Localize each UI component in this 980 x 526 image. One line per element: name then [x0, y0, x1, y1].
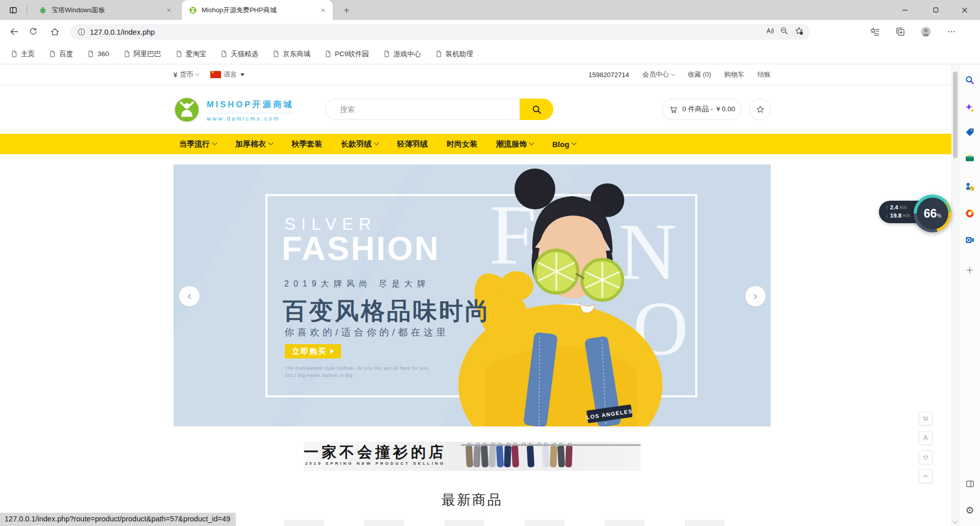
sidebar-shopping-button[interactable]	[962, 125, 977, 140]
profile-button[interactable]	[918, 23, 934, 40]
cart-summary-text: 0 件商品 - ￥0.00	[682, 105, 736, 114]
search-box	[325, 99, 553, 120]
promo-title: 一家不会撞衫的店	[304, 444, 447, 460]
usage-gauge-widget[interactable]: 66 %	[914, 195, 951, 232]
tab-title: 宝塔Windows面板	[52, 6, 160, 15]
page-icon	[220, 50, 228, 58]
bookmark-label: 爱淘宝	[186, 50, 207, 59]
carousel-prev-button[interactable]: ‹	[179, 286, 200, 306]
favorites-hub-button[interactable]	[867, 23, 883, 40]
back-button[interactable]	[6, 23, 22, 40]
cart-summary-button[interactable]: 0 件商品 - ￥0.00	[662, 99, 742, 120]
bookmark-item[interactable]: 爱淘宝	[175, 50, 207, 59]
nav-item[interactable]: Blog	[552, 140, 576, 149]
tab-close-button[interactable]	[318, 6, 328, 15]
nav-item[interactable]: 秋季套装	[291, 139, 322, 149]
nav-item[interactable]: 加厚棉衣	[235, 139, 273, 149]
nav-item[interactable]: 当季流行	[179, 139, 216, 149]
settings-menu-button[interactable]	[943, 23, 960, 40]
bookmark-label: 装机助理	[446, 50, 473, 59]
address-bar[interactable]: 127.0.0.1/index.php	[70, 24, 810, 40]
home-button[interactable]	[46, 23, 63, 40]
plus-icon	[965, 266, 974, 275]
nav-item[interactable]: 长款羽绒	[341, 139, 378, 149]
window-minimize-button[interactable]	[893, 0, 917, 20]
bookmark-item[interactable]: 360	[87, 50, 109, 58]
refresh-button[interactable]	[25, 23, 41, 40]
page-scrollbar[interactable]	[951, 64, 959, 526]
checkout-link[interactable]: 结账	[757, 70, 771, 79]
promo-banner[interactable]: 一家不会撞衫的店 2019 SPRING NEW PRODUCT SELLING	[174, 442, 771, 471]
float-account-button[interactable]	[919, 431, 933, 445]
fineprint-line: 2017 big-name fashion is big	[285, 372, 430, 379]
carousel-next-button[interactable]: ›	[745, 286, 766, 306]
buy-now-button[interactable]: 立即购买	[285, 344, 341, 358]
member-center-link[interactable]: 会员中心	[643, 70, 675, 79]
site-info-icon[interactable]	[77, 28, 86, 36]
read-aloud-button[interactable]	[765, 26, 774, 38]
gear-icon: ⚙	[965, 506, 974, 515]
window-close-button[interactable]	[953, 0, 976, 20]
nav-item[interactable]: 时尚女装	[447, 139, 477, 149]
sidebar-add-button[interactable]	[962, 262, 977, 278]
product-image-placeholder	[525, 520, 564, 526]
language-selector[interactable]: 语言	[210, 70, 244, 79]
bookmark-item[interactable]: 百度	[48, 50, 73, 59]
sidebar-games-button[interactable]	[962, 179, 977, 194]
float-back-to-top-button[interactable]	[919, 469, 933, 483]
bookmark-label: PC9软件园	[335, 50, 369, 59]
sidebar-outlook-button[interactable]	[962, 232, 977, 248]
tab-baota[interactable]: 宝塔Windows面板	[32, 0, 179, 20]
clothing-item	[511, 446, 519, 468]
cart-link[interactable]: 购物车	[724, 70, 744, 79]
zoom-out-button[interactable]	[779, 26, 789, 38]
wishlist-button[interactable]	[749, 99, 771, 120]
product-grid	[174, 520, 771, 526]
bookmark-item[interactable]: 京东商城	[272, 50, 310, 59]
page-icon	[10, 50, 18, 58]
bookmark-item[interactable]: PC9软件园	[324, 50, 369, 59]
float-cart-button[interactable]	[919, 412, 933, 425]
currency-selector[interactable]: ¥ 货币	[174, 70, 199, 79]
chevron-up-icon	[922, 472, 929, 480]
search-button[interactable]	[520, 99, 553, 120]
buy-now-label: 立即购买	[292, 347, 327, 356]
chevron-down-icon	[212, 140, 217, 145]
fineprint-line: The multivariant style fashion, do you l…	[285, 365, 430, 372]
bookmark-item[interactable]: 阿里巴巴	[123, 50, 161, 59]
nav-item[interactable]: 潮流服饰	[496, 139, 533, 149]
clothing-item	[488, 446, 496, 467]
sidebar-office-button[interactable]	[962, 206, 977, 221]
scrollbar-down-arrow[interactable]	[953, 519, 958, 524]
search-input[interactable]	[326, 99, 514, 119]
sidebar-split-screen-button[interactable]	[962, 476, 977, 491]
nav-item[interactable]: 轻薄羽绒	[397, 139, 428, 149]
sidebar-tools-button[interactable]	[962, 150, 977, 165]
status-bar-link-preview: 127.0.0.1/index.php?route=product/produc…	[0, 513, 236, 526]
chevron-down-icon	[268, 140, 274, 145]
tab-actions-button[interactable]	[6, 4, 20, 17]
new-tab-button[interactable]	[340, 4, 353, 17]
bookmark-item[interactable]: 主页	[10, 50, 35, 59]
tab-mishop-active[interactable]: Mishop开源免费PHP商城	[182, 0, 333, 20]
bookmark-item[interactable]: 天猫精选	[220, 50, 258, 59]
sidebar-settings-button[interactable]: ⚙	[962, 503, 977, 518]
float-wishlist-button[interactable]	[919, 450, 933, 464]
bookmark-item[interactable]: 游戏中心	[383, 50, 421, 59]
add-favorite-button[interactable]	[794, 26, 804, 38]
hero-banner[interactable]: FNJOY LOS ANGELES	[174, 164, 771, 426]
sidebar-copilot-button[interactable]	[962, 100, 977, 115]
window-maximize-button[interactable]	[924, 0, 947, 20]
site-logo[interactable]: MISHOP开源商城 www.damicms.com	[174, 97, 294, 123]
scrollbar-thumb[interactable]	[953, 71, 958, 158]
clothing-item	[473, 446, 480, 467]
sidebar-search-button[interactable]	[962, 73, 977, 88]
nav-item-label: 长款羽绒	[341, 139, 372, 149]
banner-tagline: 2019大牌风尚 尽是大牌	[284, 279, 430, 290]
tab-close-button[interactable]	[164, 6, 174, 15]
bookmark-item[interactable]: 装机助理	[435, 50, 473, 59]
collections-button[interactable]	[892, 23, 909, 40]
wishlist-link[interactable]: 收藏 (0)	[688, 70, 712, 79]
clothing-item	[519, 446, 526, 467]
page-icon	[272, 50, 280, 58]
